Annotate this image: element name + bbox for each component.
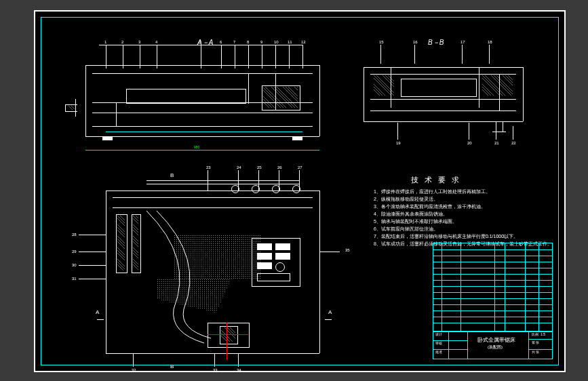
title-block: 卧式金属带锯床 (装配图) 比例 1:5 第 张 共 张 设计 审核 — [433, 243, 553, 359]
scale-value: 1:5 — [541, 332, 545, 336]
leader — [279, 170, 279, 190]
tech-req-line: 5、轴承与轴装配时不准敲打轴承端面。 — [374, 218, 457, 225]
sheet-label: 第 张 — [532, 340, 539, 344]
balloon: 3 — [138, 40, 140, 44]
leader — [238, 353, 239, 367]
scale-label: 比例 — [532, 332, 538, 336]
balloon: 1 — [104, 40, 106, 44]
balloon: 18 — [488, 40, 492, 44]
approved-label: 批准 — [435, 350, 442, 354]
leader — [79, 265, 106, 266]
balloon: 28 — [72, 233, 77, 237]
balloon: 35 — [345, 248, 350, 252]
dim-overall-w: 980 — [194, 145, 199, 149]
leader — [299, 170, 300, 190]
cutmark-b-top: B — [170, 172, 174, 178]
balloon: 7 — [233, 40, 235, 44]
drawing-subtitle: (装配图) — [488, 344, 503, 350]
leader — [469, 123, 469, 140]
leader — [380, 45, 381, 64]
balloon: 8 — [247, 40, 249, 44]
balloon: 15 — [379, 40, 384, 44]
leader — [513, 126, 513, 140]
balloon: 23 — [206, 165, 211, 169]
tech-req-line: 2、纵横拖板移动应轻便灵活。 — [374, 196, 438, 203]
section-bb-label: B－B — [428, 38, 444, 47]
tech-req-line: 7、装配结束后，活塞杆沿轴向移动与机床主轴平行度0.1/1000以下。 — [374, 233, 518, 240]
detail-aa-left — [65, 99, 80, 119]
drawing-frame-outer: A－A — [34, 10, 566, 372]
balloon: 31 — [72, 277, 77, 281]
view-bb — [364, 62, 523, 123]
balloon: 21 — [494, 141, 499, 145]
leader — [489, 45, 490, 64]
tech-req-line: 4、除油漆面外其余表面涂防锈油。 — [374, 211, 448, 218]
leader — [397, 123, 398, 140]
total-label: 共 张 — [532, 350, 539, 354]
cutmark-a-left: A — [96, 309, 99, 315]
view-plan — [106, 190, 319, 353]
leader — [496, 126, 496, 140]
leader — [79, 252, 106, 252]
designed-label: 设计 — [435, 332, 442, 336]
cutmark-b-bottom: B — [170, 363, 174, 369]
balloon: 4 — [155, 40, 157, 44]
balloon: 16 — [413, 40, 418, 44]
leader — [79, 279, 106, 279]
balloon: 25 — [257, 165, 262, 169]
cutmark-a-right: A — [328, 309, 332, 315]
leader — [79, 235, 106, 235]
leader — [414, 45, 415, 64]
balloon: 32 — [132, 368, 136, 372]
leader — [258, 170, 259, 190]
tech-req-line: 3、各个滚动轴承装配前均应清洗检查，涂干净机油。 — [374, 203, 486, 210]
balloon: 12 — [301, 40, 306, 44]
drawing-title: 卧式金属带锯床 — [477, 336, 515, 344]
tech-req-title: 技 术 要 求 — [411, 175, 461, 185]
balloon: 6 — [220, 40, 222, 44]
balloon: 20 — [467, 141, 472, 145]
balloon: 2 — [121, 40, 123, 44]
checked-label: 审核 — [435, 341, 442, 345]
tech-req-line: 1、焊接件在焊接后，应进行人工时效处理后再精加工。 — [374, 188, 490, 195]
balloon: 26 — [277, 165, 282, 169]
balloon: 11 — [288, 40, 292, 44]
drawing-frame-inner: A－A — [41, 17, 559, 365]
balloon: 17 — [460, 40, 465, 44]
leader — [238, 170, 239, 190]
view-aa — [85, 65, 319, 136]
balloon: 27 — [298, 165, 302, 169]
balloon: 24 — [237, 165, 241, 169]
leader — [214, 353, 215, 367]
balloon: 9 — [260, 40, 262, 44]
balloon: 10 — [274, 40, 279, 44]
leaders-aa — [85, 45, 319, 65]
balloon: 34 — [237, 368, 241, 372]
balloon: 22 — [511, 141, 516, 145]
dim-line — [85, 150, 319, 151]
balloon: 5 — [199, 40, 201, 44]
leader — [133, 353, 134, 367]
leader — [208, 170, 208, 190]
balloon: 29 — [72, 249, 77, 254]
balloon: 30 — [72, 263, 77, 267]
tech-req-line: 6、试车前应向轴瓦部位注油。 — [374, 226, 438, 233]
leader — [462, 45, 463, 64]
balloon: 33 — [213, 368, 218, 372]
balloon: 19 — [396, 141, 401, 145]
